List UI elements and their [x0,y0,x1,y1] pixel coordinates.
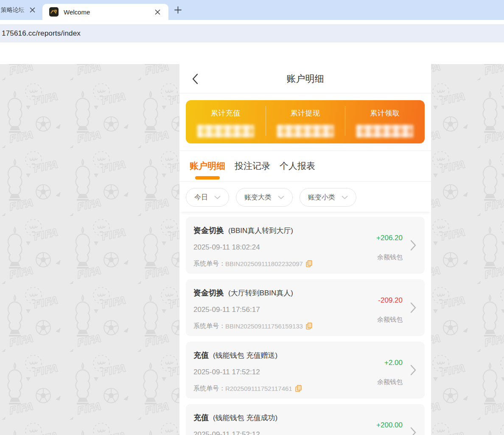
copy-icon[interactable] [306,323,312,330]
filter-major-category-dropdown[interactable]: 账变大类 [236,188,293,207]
redacted-value [356,125,413,138]
url-text[interactable]: 175616.cc/reports/index [0,29,81,38]
stat-total-claimed: 累计领取 [345,100,425,143]
stat-total-deposit: 累计充值 [186,100,266,143]
page-title: 账户明细 [179,64,431,93]
chevron-right-icon [410,240,416,251]
back-icon[interactable] [192,73,198,84]
browser-tab-forum-label[interactable]: 策略论坛 [1,6,27,14]
transaction-type: 充值 [193,413,209,423]
transaction-item[interactable]: 充值 (钱能钱包 充值赠送) 2025-09-11 17:52:12 系统单号：… [186,342,425,399]
transaction-item[interactable]: 资金切换 (BBIN真人转到大厅) 2025-09-11 18:02:24 系统… [186,217,425,274]
order-number-label: 系统单号： [193,384,225,393]
new-tab-icon[interactable] [174,6,182,14]
transaction-desc: (钱能钱包 充值赠送) [213,351,277,360]
wallet-label: 余额钱包 [377,316,403,324]
tab-account-detail[interactable]: 账户明细 [190,151,225,181]
site-favicon-icon [49,7,59,17]
transaction-list: 资金切换 (BBIN真人转到大厅) 2025-09-11 18:02:24 系统… [179,212,431,435]
browser-tab-welcome[interactable]: Welcome [42,4,168,20]
filter-label: 账变小类 [308,193,335,202]
chevron-right-icon [410,302,416,313]
filter-label: 今日 [194,193,208,202]
transaction-type: 资金切换 [193,225,224,236]
transaction-item[interactable]: 资金切换 (大厅转到BBIN真人) 2025-09-11 17:56:17 系统… [186,279,425,336]
filter-minor-category-dropdown[interactable]: 账变小类 [300,188,356,207]
chevron-down-icon [278,196,284,199]
transaction-time: 2025-09-11 17:56:17 [193,306,260,314]
chevron-down-icon [214,196,221,199]
panel-header: 账户明细 [179,64,431,93]
browser-tab-strip: 策略论坛 Welcome [0,0,504,20]
summary-section: 累计充值 累计提现 累计领取 [179,93,431,151]
stat-label: 累计提现 [266,108,345,118]
order-number: BBIN202509111756159133 [225,323,303,330]
address-bar[interactable]: 175616.cc/reports/index [0,24,504,42]
filter-date-dropdown[interactable]: 今日 [186,188,229,207]
stat-total-withdraw: 累计提现 [266,100,345,143]
report-tabs: 账户明细 投注记录 个人报表 [179,151,431,182]
transaction-time: 2025-09-11 18:02:24 [193,243,260,252]
order-number-label: 系统单号： [193,322,225,330]
tab-bet-records[interactable]: 投注记录 [235,151,270,181]
browser-tab-welcome-label: Welcome [64,8,90,16]
order-number-label: 系统单号： [193,260,225,268]
page-top-spacer [0,42,504,64]
amount: +200.00 [376,421,403,429]
order-number: BBIN202509111802232097 [225,260,303,267]
close-tab-icon[interactable] [155,9,160,15]
filter-bar: 今日 账变大类 账变小类 [179,182,431,212]
browser-toolbar [0,20,504,24]
transaction-desc: (大厅转到BBIN真人) [228,288,293,298]
stat-label: 累计充值 [186,108,266,118]
page-content: FIFA FIFA 账户明细 [0,64,504,435]
wallet-label: 余额钱包 [377,253,403,261]
redacted-value [277,125,334,138]
amount: +2.00 [384,359,403,367]
filter-label: 账变大类 [244,193,272,202]
transaction-desc: (BBIN真人转到大厅) [228,226,293,236]
chevron-right-icon [410,365,416,376]
redacted-value [197,125,254,138]
account-detail-panel: 账户明细 累计充值 累计提现 累计领取 账户明细 投注记录 [179,64,431,435]
stat-label: 累计领取 [345,108,425,118]
chevron-right-icon [410,427,416,435]
copy-icon[interactable] [295,385,302,392]
transaction-type: 资金切换 [193,288,224,298]
amount: -209.20 [378,296,403,305]
transaction-desc: (钱能钱包 充值成功) [213,413,277,423]
transaction-item[interactable]: 充值 (钱能钱包 充值成功) 2025-09-11 17:52:12 +200.… [186,404,425,435]
amount: +206.20 [376,234,403,242]
transaction-type: 充值 [193,350,209,360]
close-tab-icon[interactable] [30,7,35,13]
copy-icon[interactable] [306,260,312,267]
transaction-time: 2025-09-11 17:52:12 [193,368,260,376]
summary-banner: 累计充值 累计提现 累计领取 [186,100,425,143]
wallet-label: 余额钱包 [377,378,403,386]
transaction-time: 2025-09-11 17:52:12 [193,430,260,435]
order-number: R202509111752117461 [225,385,292,392]
chevron-down-icon [342,196,348,199]
tab-personal-report[interactable]: 个人报表 [280,151,315,181]
